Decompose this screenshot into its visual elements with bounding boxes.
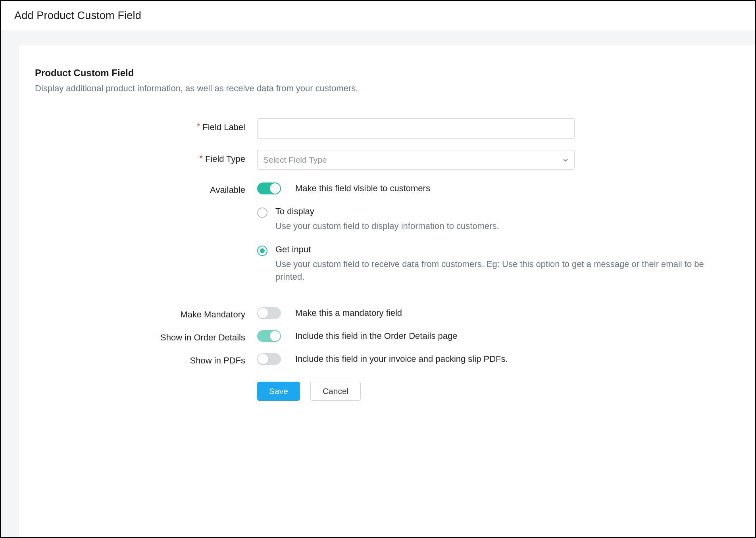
show-order-details-description: Include this field in the Order Details … xyxy=(295,331,457,341)
field-type-placeholder: Select Field Type xyxy=(263,155,327,165)
label-available: Available xyxy=(35,181,257,195)
row-show-pdfs: Show in PDFs Include this field in your … xyxy=(35,352,730,366)
radio-to-display-title: To display xyxy=(275,206,730,217)
radio-get-input[interactable] xyxy=(257,246,267,256)
available-description: Make this field visible to customers xyxy=(295,183,430,194)
row-show-order-details: Show in Order Details Include this field… xyxy=(35,329,730,343)
workspace: Product Custom Field Display additional … xyxy=(1,30,755,537)
modal-window: Add Product Custom Field Product Custom … xyxy=(0,0,756,538)
row-available: Available Make this field visible to cus… xyxy=(35,181,730,297)
page-title: Add Product Custom Field xyxy=(1,1,755,30)
form-panel: Product Custom Field Display additional … xyxy=(19,45,755,537)
cancel-button[interactable]: Cancel xyxy=(310,382,361,401)
required-marker: * xyxy=(199,153,203,163)
radio-get-input-desc: Use your custom field to receive data fr… xyxy=(275,258,712,283)
mode-radio-group: To display Use your custom field to disp… xyxy=(257,206,730,286)
radio-get-input-title: Get input xyxy=(275,244,730,255)
make-mandatory-description: Make this a mandatory field xyxy=(295,308,402,318)
label-make-mandatory: Make Mandatory xyxy=(35,306,257,320)
toggle-make-mandatory[interactable] xyxy=(257,307,281,319)
toggle-available[interactable] xyxy=(257,183,281,194)
radio-to-display[interactable] xyxy=(257,208,267,218)
mode-option-input: Get input Use your custom field to recei… xyxy=(257,244,730,283)
mode-option-display: To display Use your custom field to disp… xyxy=(257,206,730,232)
row-field-type: *Field Type Select Field Type xyxy=(35,150,730,170)
chevron-down-icon xyxy=(562,157,569,163)
field-type-select[interactable]: Select Field Type xyxy=(257,150,575,170)
section-title: Product Custom Field xyxy=(35,67,730,79)
row-field-label: *Field Label xyxy=(35,118,730,139)
save-button[interactable]: Save xyxy=(257,382,300,401)
label-show-pdfs: Show in PDFs xyxy=(35,352,257,366)
section-subtitle: Display additional product information, … xyxy=(35,83,730,94)
label-field-type: *Field Type xyxy=(35,150,257,164)
radio-to-display-desc: Use your custom field to display informa… xyxy=(275,220,712,232)
label-field-label: *Field Label xyxy=(35,118,257,133)
row-buttons: Save Cancel xyxy=(35,375,730,401)
label-show-order-details: Show in Order Details xyxy=(35,329,257,343)
required-marker: * xyxy=(197,121,200,131)
row-make-mandatory: Make Mandatory Make this a mandatory fie… xyxy=(35,306,730,320)
toggle-show-order-details[interactable] xyxy=(257,330,281,342)
form: *Field Label *Field Type Select Field Ty… xyxy=(35,118,730,401)
field-label-input[interactable] xyxy=(257,118,575,139)
show-pdfs-description: Include this field in your invoice and p… xyxy=(295,354,508,364)
toggle-show-pdfs[interactable] xyxy=(257,353,281,365)
